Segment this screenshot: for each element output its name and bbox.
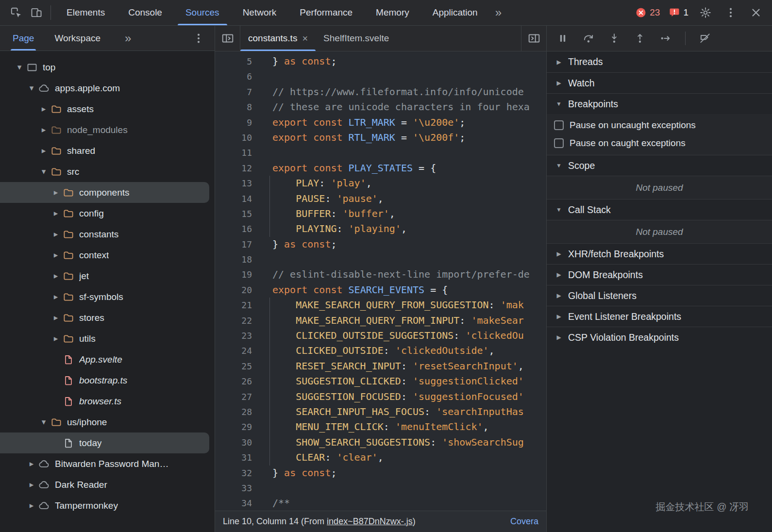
chevron-right-icon[interactable]: ▸ [50,313,62,323]
tab-performance[interactable]: Performance [288,0,364,25]
step-out-button[interactable] [634,32,646,45]
section-watch[interactable]: ▶Watch [547,72,772,93]
chevron-right-icon[interactable]: ▸ [50,250,62,260]
coverage-link[interactable]: Covera [501,516,538,527]
sourcemap-link[interactable]: index~B87DnNzwx-.js [327,516,413,527]
section-threads[interactable]: ▶Threads [547,51,772,72]
tree-item-app-svelte[interactable]: App.svelte [0,349,215,370]
line-number[interactable]: 20 [215,283,252,298]
section-xhr-fetch-breakpoints[interactable]: ▶XHR/fetch Breakpoints [547,243,772,264]
tree-item-tampermonkey[interactable]: ▸Tampermonkey [0,495,215,516]
tree-item-top[interactable]: ▾top [0,57,215,78]
error-badge[interactable]: 23 [633,7,662,18]
line-number[interactable]: 24 [215,343,252,358]
chevron-right-icon[interactable]: ▸ [26,459,37,469]
line-number[interactable]: 12 [215,161,252,176]
pause-on-uncaught-exceptions-checkbox[interactable] [554,120,564,130]
tree-item-config[interactable]: ▸config [0,203,215,224]
line-number[interactable]: 11 [215,145,252,160]
step-button[interactable] [659,32,672,45]
chevron-right-icon[interactable]: ▸ [50,271,62,281]
line-number[interactable]: 9 [215,115,252,130]
line-number[interactable]: 13 [215,176,252,191]
line-number[interactable]: 30 [215,435,252,450]
tab-application[interactable]: Application [421,0,489,25]
tree-item-utils[interactable]: ▸utils [0,328,215,349]
navigator-menu-button[interactable] [188,28,209,49]
tree-item-bootstrap-ts[interactable]: bootstrap.ts [0,370,215,391]
editor-tab-shelfitem-svelte[interactable]: ShelfItem.svelte [316,26,397,51]
pause-on-caught-exceptions-row[interactable]: Pause on caught exceptions [547,134,772,155]
line-number[interactable]: 23 [215,328,252,343]
more-tabs-button[interactable]: » [489,6,507,19]
tree-item-stores[interactable]: ▸stores [0,307,215,328]
line-number[interactable]: 22 [215,313,252,328]
line-number[interactable]: 34 [215,496,252,511]
tab-elements[interactable]: Elements [55,0,117,25]
line-number[interactable]: 5 [215,54,252,69]
chevron-right-icon[interactable]: ▸ [50,187,62,198]
tree-item-browser-ts[interactable]: browser.ts [0,391,215,412]
tab-network[interactable]: Network [231,0,288,25]
tree-item-us-iphone[interactable]: ▾us/iphone [0,412,215,432]
line-number[interactable]: 21 [215,298,252,313]
tab-sources[interactable]: Sources [174,0,231,25]
section-global-listeners[interactable]: ▶Global Listeners [547,285,772,306]
chevron-right-icon[interactable]: ▸ [50,292,62,302]
tree-item-sf-symbols[interactable]: ▸sf-symbols [0,286,215,307]
line-number[interactable]: 25 [215,359,252,374]
chevron-right-icon[interactable]: ▸ [38,125,50,135]
navigator-tab-workspace[interactable]: Workspace [52,26,102,50]
devtools-menu-button[interactable] [721,2,741,23]
tree-item-components[interactable]: ▸components [0,182,209,203]
line-number[interactable]: 32 [215,466,252,481]
line-number[interactable]: 33 [215,481,252,496]
section-call-stack[interactable]: ▼Call Stack [547,199,772,220]
line-number[interactable]: 6 [215,69,252,84]
section-dom-breakpoints[interactable]: ▶DOM Breakpoints [547,264,772,285]
issues-badge[interactable]: 1 [667,7,690,18]
line-number[interactable]: 16 [215,221,252,236]
editor-tab-constants-ts[interactable]: constants.ts× [240,26,316,51]
tree-item-jet[interactable]: ▸jet [0,266,215,286]
tree-item-node-modules[interactable]: ▸node_modules [0,119,215,140]
close-tab-icon[interactable]: × [302,33,308,43]
step-over-button[interactable] [582,32,595,45]
chevron-down-icon[interactable]: ▾ [38,166,50,177]
line-number[interactable]: 10 [215,130,252,145]
tree-item-bitwarden-password-man[interactable]: ▸Bitwarden Password Man… [0,453,215,474]
more-navigator-tabs-button[interactable]: » [119,32,137,45]
tree-item-context[interactable]: ▸context [0,245,215,266]
line-number[interactable]: 14 [215,191,252,206]
line-number[interactable]: 28 [215,404,252,419]
chevron-right-icon[interactable]: ▸ [38,146,50,156]
chevron-right-icon[interactable]: ▸ [50,333,62,344]
step-into-button[interactable] [608,32,621,45]
line-number[interactable]: 29 [215,419,252,434]
section-event-listener-breakpoints[interactable]: ▶Event Listener Breakpoints [547,306,772,327]
line-number[interactable]: 31 [215,450,252,465]
section-csp-violation-breakpoints[interactable]: ▶CSP Violation Breakpoints [547,327,772,348]
tree-item-shared[interactable]: ▸shared [0,140,215,161]
chevron-right-icon[interactable]: ▸ [50,229,62,239]
navigator-tab-page[interactable]: Page [11,26,36,50]
tree-item-assets[interactable]: ▸assets [0,99,215,119]
chevron-right-icon[interactable]: ▸ [26,500,37,511]
close-devtools-button[interactable] [746,2,766,23]
section-breakpoints[interactable]: ▼Breakpoints [547,93,772,114]
line-number[interactable]: 18 [215,252,252,267]
tab-console[interactable]: Console [117,0,174,25]
pause-on-caught-exceptions-checkbox[interactable] [554,138,564,148]
code-editor[interactable]: 5678910111213141516171819202122232425262… [215,51,546,511]
tab-memory[interactable]: Memory [364,0,421,25]
tree-item-constants[interactable]: ▸constants [0,224,215,245]
deactivate-breakpoints-button[interactable] [699,32,711,45]
tree-item-dark-reader[interactable]: ▸Dark Reader [0,474,215,495]
line-number[interactable]: 7 [215,84,252,100]
inspect-element-button[interactable] [6,2,26,23]
chevron-down-icon[interactable]: ▾ [14,62,25,72]
line-number[interactable]: 19 [215,267,252,282]
tree-item-src[interactable]: ▾src [0,161,215,182]
line-number[interactable]: 27 [215,389,252,404]
chevron-right-icon[interactable]: ▸ [38,104,50,114]
